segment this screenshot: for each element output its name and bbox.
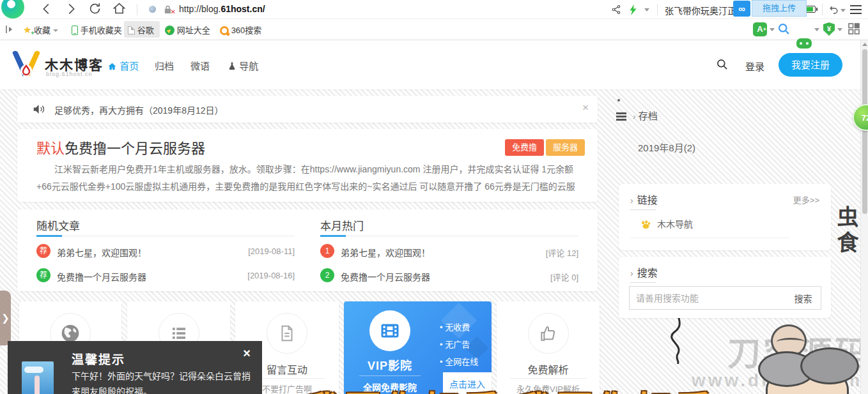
lightning-icon[interactable] xyxy=(630,4,637,15)
register-button[interactable]: 我要注册 xyxy=(779,53,842,77)
list-item[interactable]: 荐 免费撸一个月云服务器 [2019-08-16] xyxy=(36,268,295,284)
close-icon[interactable]: × xyxy=(582,102,589,114)
globe-plus-icon xyxy=(165,26,174,35)
list-item[interactable]: 2 免费撸一个月云服务器 [评论 0] xyxy=(320,268,578,284)
games-icon[interactable] xyxy=(796,38,812,49)
forward-icon[interactable] xyxy=(64,2,78,16)
rank-badge: 1 xyxy=(320,244,334,258)
undo-icon[interactable] xyxy=(828,4,839,15)
site-tagline: blog.61host.cn xyxy=(46,71,93,77)
page-icon xyxy=(128,26,135,34)
article-excerpt: 江米智云新老用户免费开1年主机或服务器，放水。领取步骤：在https://www… xyxy=(36,161,578,198)
column-rule xyxy=(36,236,295,236)
card-divider xyxy=(510,378,587,379)
nav-archive[interactable]: 归档 xyxy=(155,59,174,72)
share-icon[interactable] xyxy=(611,4,621,15)
bookmark-favorites[interactable]: ★+ 收藏 xyxy=(23,24,58,36)
link-item-mumu-nav[interactable]: 木木导航 xyxy=(640,217,693,230)
scrollbar-thumb[interactable] xyxy=(862,49,867,214)
scrollbar[interactable] xyxy=(860,40,868,394)
vip-bullet: • 无广告 xyxy=(440,338,470,350)
film-icon xyxy=(369,310,410,351)
sidebar-bullet xyxy=(617,99,620,102)
phone-icon xyxy=(72,26,78,35)
bookmark-mobile-folder[interactable]: 手机收藏夹 xyxy=(72,24,122,36)
toast-message: 下午好！外面的天气好吗？记得朵朵白云曾捎来朋友殷殷的祝福。 xyxy=(72,369,252,394)
site-header: 木木博客 blog.61host.cn 首页 归档 微语 导航 登录 我要注册 xyxy=(0,40,868,89)
undo-dropdown-caret[interactable] xyxy=(841,9,846,12)
site-favicon-dot[interactable] xyxy=(149,6,156,13)
refresh-icon[interactable] xyxy=(88,2,102,15)
paw-icon xyxy=(640,220,651,229)
vip-title: VIP影院 xyxy=(344,356,436,373)
speaker-icon xyxy=(33,103,46,115)
toast-thumbnail xyxy=(22,361,54,394)
nav-navigation[interactable]: 导航 xyxy=(228,59,258,72)
search-widget: ›搜索 搜索 xyxy=(619,257,831,318)
recommend-badge: 荐 xyxy=(36,244,50,258)
site-search-icon[interactable] xyxy=(716,58,729,71)
translate-dropdown-caret[interactable] xyxy=(770,28,775,31)
article-title[interactable]: 默认免费撸一个月云服务器 xyxy=(36,137,205,157)
insecure-lock-icon[interactable]: ✕ xyxy=(164,4,173,15)
close-icon[interactable]: × xyxy=(243,346,251,361)
chevron-down-icon[interactable] xyxy=(644,8,649,11)
star-icon: ★+ xyxy=(23,24,31,35)
360-search-icon xyxy=(220,26,229,35)
list-item[interactable]: 1 弟弟七星，欢迎围观！ [评论 12] xyxy=(320,244,578,259)
list-item[interactable]: 荐 弟弟七星，欢迎围观！ [2019-08-11] xyxy=(36,244,295,259)
bookmark-360-search[interactable]: 360搜索 xyxy=(220,24,261,36)
widget-underline xyxy=(630,282,656,283)
widget-underline xyxy=(630,209,656,210)
side-panel-handle[interactable]: ❯ xyxy=(0,291,11,345)
post-date: [2019-08-16] xyxy=(247,271,295,280)
card-title: 免费解析 xyxy=(497,361,600,377)
document-icon xyxy=(267,313,307,354)
translate-icon[interactable]: A+ xyxy=(753,22,767,36)
toolbar-divider xyxy=(137,4,137,15)
apps-grid-icon[interactable] xyxy=(848,22,860,35)
chevron-down-icon xyxy=(53,29,58,32)
search-widget-title: ›搜索 xyxy=(630,264,658,280)
search-toolbar-icon[interactable] xyxy=(777,22,791,36)
search-input[interactable] xyxy=(629,286,786,310)
games-dropdown-caret[interactable] xyxy=(814,28,819,31)
bookmark-google[interactable]: 谷歌 xyxy=(128,24,154,36)
address-bar[interactable]: http://blog.61host.cn/ xyxy=(179,4,265,14)
article-category[interactable]: 默认 xyxy=(36,140,65,156)
links-more-link[interactable]: 更多>> xyxy=(793,193,819,206)
sidebar-archive-header: › 存档 xyxy=(616,109,658,122)
home-browser-icon[interactable] xyxy=(112,2,126,15)
archive-month-link[interactable]: 2019年8月(2) xyxy=(638,140,695,154)
menu-icon[interactable] xyxy=(850,5,862,14)
login-link[interactable]: 登录 xyxy=(745,59,764,73)
hot-posts-column: 本月热门 1 弟弟七星，欢迎围观！ [评论 12] 2 免费撸一个月云服务器 [… xyxy=(320,209,578,291)
tag-free[interactable]: 免费撸 xyxy=(505,139,544,156)
site-logo[interactable] xyxy=(10,50,42,80)
toast-title: 温馨提示 xyxy=(72,350,125,367)
wallet-dropdown-caret[interactable] xyxy=(837,28,842,31)
back-icon[interactable] xyxy=(40,2,54,16)
search-button[interactable]: 搜索 xyxy=(786,286,821,310)
comment-count: [评论 12] xyxy=(546,246,578,259)
scrollbar-up-arrow[interactable] xyxy=(862,43,867,46)
post-date: [2019-08-11] xyxy=(248,246,295,256)
nav-microblog[interactable]: 微语 xyxy=(190,59,210,72)
browser-logo-icon[interactable] xyxy=(1,0,24,19)
archive-list-icon xyxy=(616,112,626,120)
announcement-bar: 足够优秀，再大方拥有（2019年8月12日） × xyxy=(17,96,598,123)
bookmark-sites[interactable]: 网址大全 xyxy=(165,24,210,36)
comic-character-head xyxy=(747,350,868,394)
vip-bullet: • 无收费 xyxy=(440,321,470,333)
article-card: 默认免费撸一个月云服务器 免费撸 服务器 江米智云新老用户免费开1年主机或服务器… xyxy=(17,129,598,202)
expand-sidebar-icon[interactable] xyxy=(5,25,14,34)
toolbar-divider xyxy=(657,4,658,15)
link-divider xyxy=(630,238,790,238)
netdisk-icon[interactable]: ∞ xyxy=(733,1,750,17)
nav-home[interactable]: 首页 xyxy=(107,59,139,72)
column-rule xyxy=(320,236,578,236)
flask-icon xyxy=(228,61,236,71)
recommend-badge: 荐 xyxy=(36,268,50,282)
wallet-shield-icon[interactable]: ¥ xyxy=(823,22,835,36)
tag-server[interactable]: 服务器 xyxy=(546,139,585,156)
